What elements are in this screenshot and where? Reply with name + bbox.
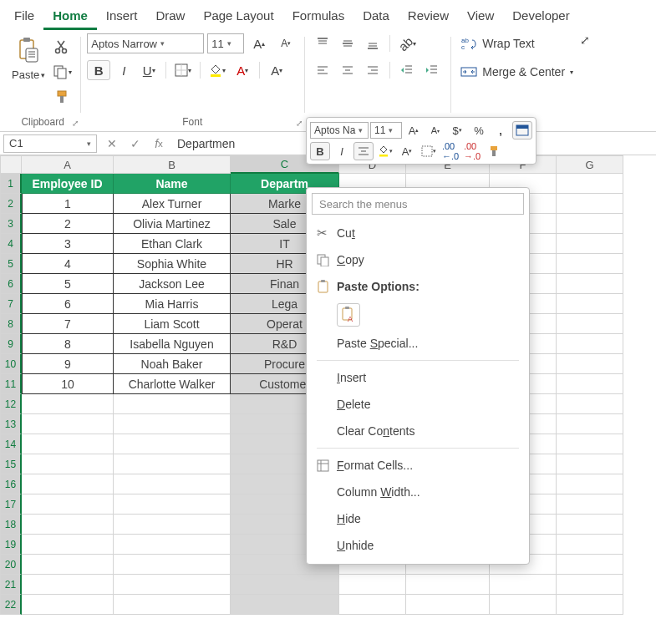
row-header[interactable]: 14 — [0, 434, 22, 454]
cell[interactable] — [114, 555, 231, 575]
paste-button[interactable] — [12, 33, 45, 67]
menu-view[interactable]: View — [458, 5, 503, 30]
cell[interactable] — [22, 515, 114, 535]
cell[interactable] — [557, 575, 623, 595]
ctx-delete[interactable]: Delete — [307, 391, 529, 418]
row-header[interactable]: 21 — [0, 575, 22, 595]
menu-home[interactable]: Home — [43, 5, 97, 30]
cell[interactable] — [339, 575, 406, 595]
cell[interactable] — [557, 454, 623, 474]
paste-label[interactable]: Paste▾ — [12, 68, 45, 81]
row-header[interactable]: 18 — [0, 515, 22, 535]
cell[interactable] — [557, 374, 623, 394]
cell[interactable] — [114, 595, 231, 615]
cell[interactable] — [406, 595, 490, 615]
mini-comma[interactable]: , — [491, 121, 511, 139]
font-name-combo[interactable]: Aptos Narrow▾ — [87, 33, 204, 53]
row-header[interactable]: 20 — [0, 555, 22, 575]
select-all-corner[interactable] — [0, 155, 22, 174]
ctx-format-cells[interactable]: Format Cells... — [307, 452, 529, 479]
cell[interactable] — [22, 474, 114, 494]
mini-borders[interactable]: ▾ — [419, 142, 439, 160]
row-header[interactable]: 16 — [0, 474, 22, 494]
wrap-text-icon[interactable]: abc — [457, 33, 481, 53]
ctx-column-width[interactable]: Column Width... — [307, 479, 529, 505]
increase-indent-button[interactable] — [420, 60, 444, 80]
cell[interactable] — [557, 294, 623, 314]
clipboard-launcher-icon[interactable]: ⤢ — [72, 119, 79, 128]
cell[interactable]: Ethan Clark — [114, 234, 231, 254]
cell[interactable]: 7 — [22, 314, 114, 334]
mini-italic[interactable]: I — [332, 142, 352, 160]
cell[interactable] — [557, 414, 623, 434]
cell[interactable]: Name — [114, 174, 231, 194]
cell[interactable] — [22, 414, 114, 434]
menu-file[interactable]: File — [5, 5, 43, 30]
align-right-button[interactable] — [361, 60, 384, 80]
mini-font-name[interactable]: Aptos Na▾ — [310, 122, 369, 139]
cell[interactable] — [557, 434, 623, 454]
cell[interactable] — [22, 434, 114, 454]
font-size-combo[interactable]: 11▾ — [207, 33, 244, 53]
cell[interactable]: 2 — [22, 214, 114, 234]
align-left-button[interactable] — [311, 60, 334, 80]
cell[interactable]: Liam Scott — [114, 314, 231, 334]
ctx-insert[interactable]: Insert — [307, 364, 529, 391]
cell[interactable] — [22, 394, 114, 414]
row-header[interactable]: 3 — [0, 214, 22, 234]
cell[interactable]: 5 — [22, 274, 114, 294]
mini-decrease-decimal[interactable]: .00←.0 — [440, 142, 460, 160]
decrease-indent-button[interactable] — [395, 60, 419, 80]
cell[interactable]: Jackson Lee — [114, 274, 231, 294]
mini-fill-color[interactable]: ▾ — [375, 142, 395, 160]
row-header[interactable]: 19 — [0, 535, 22, 555]
mini-font-color[interactable]: A▾ — [397, 142, 417, 160]
cell[interactable] — [22, 494, 114, 515]
cell[interactable]: Charlotte Walker — [114, 374, 231, 394]
cell[interactable] — [231, 595, 339, 615]
row-header[interactable]: 15 — [0, 454, 22, 474]
cell[interactable] — [114, 535, 231, 555]
row-header[interactable]: 8 — [0, 314, 22, 334]
row-header[interactable]: 11 — [0, 374, 22, 394]
cell[interactable]: 9 — [22, 354, 114, 374]
column-header-b[interactable]: B — [114, 155, 231, 174]
cancel-formula-button[interactable]: ✕ — [100, 134, 124, 154]
mini-bold[interactable]: B — [310, 142, 330, 160]
fill-color-button[interactable]: ▾ — [206, 60, 229, 80]
cell[interactable]: Isabella Nguyen — [114, 334, 231, 354]
menu-formulas[interactable]: Formulas — [283, 5, 354, 30]
cell[interactable] — [22, 555, 114, 575]
orientation-button[interactable]: ab▾ — [395, 33, 419, 53]
shrink-font-button[interactable]: A▾ — [274, 33, 297, 53]
cell[interactable]: Noah Baker — [114, 354, 231, 374]
cell[interactable]: Alex Turner — [114, 194, 231, 214]
column-header-g[interactable]: G — [557, 155, 623, 174]
mini-format-painter[interactable] — [484, 142, 504, 160]
context-search-input[interactable]: Search the menus — [312, 193, 524, 215]
cell[interactable] — [22, 535, 114, 555]
align-center-button[interactable] — [336, 60, 359, 80]
menu-developer[interactable]: Developer — [503, 5, 578, 30]
ctx-unhide[interactable]: Unhide — [307, 532, 529, 559]
column-header-a[interactable]: A — [22, 155, 114, 174]
mini-accounting[interactable]: $▾ — [447, 121, 467, 139]
cell[interactable] — [557, 214, 623, 234]
cell[interactable] — [22, 595, 114, 615]
cell[interactable] — [22, 454, 114, 474]
align-middle-button[interactable] — [336, 33, 359, 53]
cell[interactable]: 6 — [22, 294, 114, 314]
mini-grow-font[interactable]: A▴ — [404, 121, 424, 139]
menu-draw[interactable]: Draw — [146, 5, 194, 30]
font-color-button[interactable]: A▾ — [231, 60, 254, 80]
row-header[interactable]: 6 — [0, 274, 22, 294]
cell[interactable]: 4 — [22, 254, 114, 274]
cell[interactable]: 3 — [22, 234, 114, 254]
alignment-launcher-icon[interactable]: ⤢ — [580, 33, 590, 129]
ctx-hide[interactable]: Hide — [307, 505, 529, 532]
ctx-clear-contents[interactable]: Clear Contents — [307, 418, 529, 444]
cell[interactable]: Mia Harris — [114, 294, 231, 314]
menu-data[interactable]: Data — [353, 5, 399, 30]
cell[interactable] — [557, 194, 623, 214]
cell[interactable] — [557, 274, 623, 294]
